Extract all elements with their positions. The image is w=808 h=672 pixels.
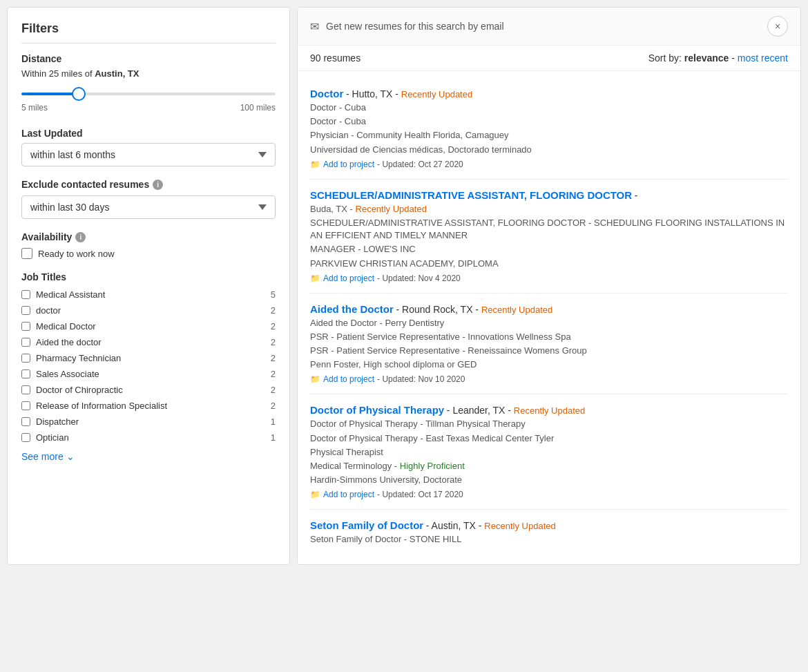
availability-info-icon[interactable]: i xyxy=(75,232,86,242)
results-list: Doctor - Hutto, TX - Recently Updated Do… xyxy=(298,71,800,564)
result-4-recently-updated: Recently Updated xyxy=(514,405,585,416)
result-3-title-link[interactable]: Aided the Doctor xyxy=(310,303,394,315)
job-title-label-0: Medical Assistant xyxy=(36,289,105,300)
filters-title: Filters xyxy=(21,21,276,44)
last-updated-label: Last Updated xyxy=(21,128,276,139)
job-title-left-8: Dispatcher xyxy=(21,416,79,427)
result-5-title-link[interactable]: Seton Family of Doctor xyxy=(310,519,423,531)
email-bar-content: ✉ Get new resumes for this search by ema… xyxy=(310,20,504,33)
sort-most-recent-link[interactable]: most recent xyxy=(738,52,788,64)
result-3-location: - Round Rock, TX - xyxy=(396,304,481,315)
result-3-line-3: PSR - Patient Service Representative - R… xyxy=(310,345,788,357)
result-3-add-project-link[interactable]: Add to project xyxy=(323,374,374,384)
result-1-line-2: Doctor - Cuba xyxy=(310,115,788,128)
job-title-left-5: Sales Associate xyxy=(21,369,99,379)
distance-slider[interactable] xyxy=(21,93,276,95)
job-title-checkbox-7[interactable] xyxy=(21,401,30,410)
result-3-updated: - Updated: Nov 10 2020 xyxy=(377,374,465,384)
email-bar-text: Get new resumes for this search by email xyxy=(326,21,504,32)
result-4-line-4: Medical Terminology - Highly Proficient xyxy=(310,460,788,472)
job-title-label-1: doctor xyxy=(36,305,61,316)
result-2-location-line: Buda, TX - Recently Updated xyxy=(310,203,788,215)
ready-to-work-label: Ready to work now xyxy=(38,249,115,259)
job-title-label-2: Medical Doctor xyxy=(36,321,96,332)
email-bar: ✉ Get new resumes for this search by ema… xyxy=(298,8,800,46)
result-1-add-project-link[interactable]: Add to project xyxy=(323,160,374,169)
result-2-line-3: PARKVIEW CHRISTIAN ACADEMY, DIPLOMA xyxy=(310,258,788,270)
job-title-left-9: Optician xyxy=(21,432,69,443)
job-title-checkbox-0[interactable] xyxy=(21,290,30,299)
see-more-link[interactable]: See more ⌄ xyxy=(21,451,276,462)
job-title-row-0: Medical Assistant 5 xyxy=(21,287,276,303)
result-2-title-line: SCHEDULER/ADMINISTRATIVE ASSISTANT, FLOO… xyxy=(310,189,788,201)
job-title-checkbox-2[interactable] xyxy=(21,322,30,331)
distance-label: Distance xyxy=(21,53,276,64)
job-title-left-1: doctor xyxy=(21,305,61,316)
job-title-left-4: Pharmacy Technician xyxy=(21,353,121,363)
job-title-left-0: Medical Assistant xyxy=(21,289,105,300)
result-item-5: Seton Family of Doctor - Austin, TX - Re… xyxy=(310,510,788,557)
last-updated-select[interactable]: within last 6 months within last 3 month… xyxy=(21,143,276,166)
result-3-line-4: Penn Foster, High school diploma or GED xyxy=(310,358,788,371)
job-title-checkbox-9[interactable] xyxy=(21,433,30,442)
job-title-label-8: Dispatcher xyxy=(36,416,79,427)
result-item-2: SCHEDULER/ADMINISTRATIVE ASSISTANT, FLOO… xyxy=(310,180,788,294)
job-title-row-8: Dispatcher 1 xyxy=(21,414,276,430)
result-5-recently-updated: Recently Updated xyxy=(484,521,555,531)
job-title-checkbox-8[interactable] xyxy=(21,417,30,426)
result-2-title-link[interactable]: SCHEDULER/ADMINISTRATIVE ASSISTANT, FLOO… xyxy=(310,189,632,201)
result-item-3: Aided the Doctor - Round Rock, TX - Rece… xyxy=(310,294,788,395)
distance-slider-container: 5 miles 100 miles xyxy=(21,84,276,115)
result-1-line-3: Physician - Community Health Florida, Ca… xyxy=(310,129,788,142)
close-email-bar-button[interactable]: × xyxy=(767,16,788,37)
job-title-left-6: Doctor of Chiropractic xyxy=(21,385,123,395)
result-4-line-5: Hardin-Simmons University, Doctorate xyxy=(310,474,788,486)
filters-panel: Filters Distance Within 25 miles of Aust… xyxy=(7,7,290,565)
result-3-recently-updated: Recently Updated xyxy=(481,305,552,315)
job-title-checkbox-4[interactable] xyxy=(21,354,30,363)
results-panel: ✉ Get new resumes for this search by ema… xyxy=(297,7,801,565)
result-2-line-1: SCHEDULER/ADMINISTRATIVE ASSISTANT, FLOO… xyxy=(310,217,788,242)
job-title-count-4: 2 xyxy=(271,353,276,363)
result-4-updated: - Updated: Oct 17 2020 xyxy=(377,490,463,499)
last-updated-filter: Last Updated within last 6 months within… xyxy=(21,128,276,166)
result-1-line-4: Universidad de Ciencias médicas, Doctora… xyxy=(310,144,788,156)
result-1-title-link[interactable]: Doctor xyxy=(310,88,343,99)
result-5-line-1: Seton Family of Doctor - STONE HILL xyxy=(310,533,788,546)
job-title-label-3: Aided the doctor xyxy=(36,337,102,347)
job-title-left-2: Medical Doctor xyxy=(21,321,96,332)
result-4-line-3: Physical Therapist xyxy=(310,446,788,459)
result-2-line-2: MANAGER - LOWE'S INC xyxy=(310,243,788,256)
job-title-checkbox-5[interactable] xyxy=(21,369,30,378)
job-title-row-4: Pharmacy Technician 2 xyxy=(21,350,276,366)
result-3-line-1: Aided the Doctor - Perry Dentistry xyxy=(310,317,788,329)
results-count: 90 resumes xyxy=(310,52,360,64)
result-4-title-link[interactable]: Doctor of Physical Therapy xyxy=(310,404,444,416)
sort-active: relevance xyxy=(684,52,729,64)
job-title-checkbox-3[interactable] xyxy=(21,338,30,347)
result-2-recently-updated: Recently Updated xyxy=(356,204,427,214)
result-1-title-line: Doctor - Hutto, TX - Recently Updated xyxy=(310,88,788,99)
result-4-add-project-line: 📁 Add to project - Updated: Oct 17 2020 xyxy=(310,490,788,499)
job-title-row-9: Optician 1 xyxy=(21,430,276,445)
exclude-contacted-select[interactable]: within last 30 days within last 7 days w… xyxy=(21,195,276,219)
exclude-info-icon[interactable]: i xyxy=(153,180,163,190)
result-2-add-project-link[interactable]: Add to project xyxy=(323,273,374,283)
job-title-count-7: 2 xyxy=(271,401,276,411)
highly-proficient-label: Highly Proficient xyxy=(400,461,465,471)
result-1-line-1: Doctor - Cuba xyxy=(310,102,788,114)
result-4-line-1: Doctor of Physical Therapy - Tillman Phy… xyxy=(310,418,788,430)
result-item-1: Doctor - Hutto, TX - Recently Updated Do… xyxy=(310,78,788,180)
job-title-count-8: 1 xyxy=(271,416,276,427)
result-4-location: - Leander, TX - xyxy=(447,405,514,416)
distance-description: Within 25 miles of Austin, TX xyxy=(21,68,276,79)
ready-to-work-checkbox[interactable] xyxy=(21,248,32,259)
job-title-checkbox-1[interactable] xyxy=(21,306,30,315)
result-4-add-project-link[interactable]: Add to project xyxy=(323,490,374,499)
exclude-contacted-filter: Exclude contacted resumes i within last … xyxy=(21,179,276,219)
job-title-checkbox-6[interactable] xyxy=(21,385,30,394)
result-1-location: - Hutto, TX - xyxy=(346,88,401,99)
ready-to-work-row: Ready to work now xyxy=(21,248,276,259)
job-title-count-2: 2 xyxy=(271,321,276,332)
job-title-count-0: 5 xyxy=(271,289,276,300)
